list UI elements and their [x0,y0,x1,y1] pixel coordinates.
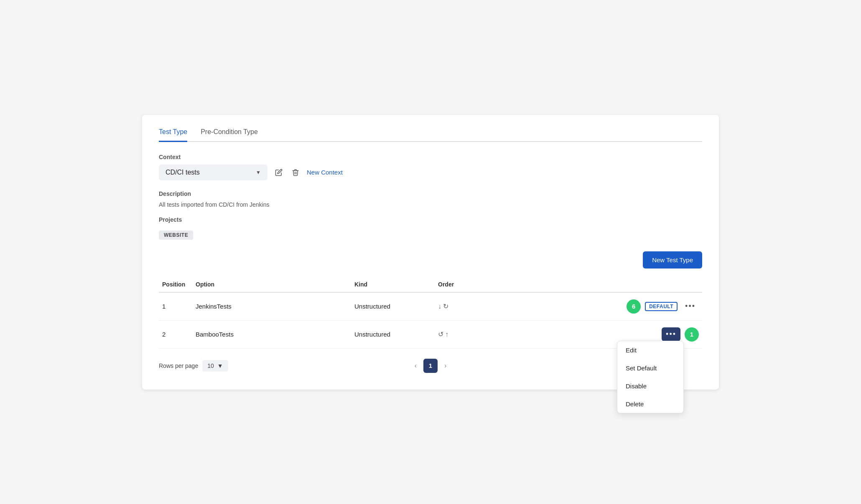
row2-order-arrows: ↺ ↑ [438,330,481,338]
delete-context-button[interactable] [290,167,301,178]
context-selected-value: CD/CI tests [166,169,200,176]
description-section: Description All tests imported from CD/C… [159,190,702,208]
trash-icon [292,169,299,176]
table-container: Position Option Kind Order 1 JenkinsTest… [159,277,702,349]
row2-position: 2 [159,320,192,348]
rows-per-page-container: Rows per page 10 ▼ [159,360,228,372]
col-header-order: Order [435,277,485,292]
arrow-up-icon: ↑ [445,331,448,338]
dropdown-item-delete[interactable]: Delete [617,395,683,413]
new-test-type-button[interactable]: New Test Type [643,251,702,268]
pencil-icon [275,169,283,176]
description-label: Description [159,190,702,197]
row2-option: BambooTests [192,320,351,348]
row2-more-options-button[interactable]: ••• [662,327,680,341]
arrow-left-icon: ↺ [438,330,443,338]
row2-order: ↺ ↑ [435,320,485,348]
table-row: 1 JenkinsTests Unstructured ↓ ↻ 6 DEFAUL… [159,292,702,321]
col-header-position: Position [159,277,192,292]
dropdown-menu: Edit 2 Set Default 3 Disable 4 [617,341,684,413]
pagination-next-button[interactable]: › [441,360,450,371]
arrow-down-icon: ↓ [438,303,441,310]
col-header-option: Option [192,277,351,292]
row1-option: JenkinsTests [192,292,351,321]
main-card: Test Type Pre-Condition Type Context CD/… [142,115,719,390]
context-row: CD/CI tests ▼ New Context [159,165,702,180]
new-context-link[interactable]: New Context [307,169,343,176]
context-dropdown[interactable]: CD/CI tests ▼ [159,165,267,180]
row2-actions: ••• 1 [488,327,699,342]
row2-count-badge: 1 [685,327,699,342]
row1-order: ↓ ↻ [435,292,485,321]
arrow-up-icon: ↻ [443,302,448,310]
edit-context-button[interactable] [273,167,284,178]
row1-actions-cell: 6 DEFAULT ••• [485,292,702,321]
description-text: All tests imported from CD/CI from Jenki… [159,201,702,208]
dropdown-item-set-default[interactable]: Set Default [617,359,683,377]
dropdown-item-edit[interactable]: Edit [617,341,683,359]
rows-per-page-value: 10 [207,362,214,369]
dropdown-item-disable[interactable]: Disable [617,377,683,395]
context-label: Context [159,154,702,160]
row1-count-badge: 6 [627,299,641,314]
projects-section: Projects WEBSITE [159,216,702,240]
row1-position: 1 [159,292,192,321]
row1-actions: 6 DEFAULT ••• [488,299,699,314]
pagination-prev-button[interactable]: ‹ [411,360,420,371]
row1-default-badge: DEFAULT [645,302,678,311]
row2-kind: Unstructured [351,320,435,348]
tab-test-type[interactable]: Test Type [159,128,187,142]
row1-order-arrows: ↓ ↻ [438,302,481,310]
tabs-bar: Test Type Pre-Condition Type [159,128,702,142]
row2-actions-cell: ••• 1 Edit 2 [485,320,702,348]
col-header-kind: Kind [351,277,435,292]
table-row: 2 BambooTests Unstructured ↺ ↑ ••• 1 [159,320,702,348]
pagination-page-1-button[interactable]: 1 [423,359,438,373]
rows-per-page-label: Rows per page [159,362,198,369]
chevron-down-icon: ▼ [256,170,261,175]
col-header-actions [485,277,702,292]
row1-kind: Unstructured [351,292,435,321]
row1-more-options-button[interactable]: ••• [682,300,699,312]
test-types-table: Position Option Kind Order 1 JenkinsTest… [159,277,702,349]
tab-pre-condition-type[interactable]: Pre-Condition Type [201,128,258,142]
rows-per-page-select[interactable]: 10 ▼ [202,360,228,372]
table-header-row: Position Option Kind Order [159,277,702,292]
chevron-down-icon: ▼ [217,362,223,369]
projects-label: Projects [159,216,702,223]
project-badge-website: WEBSITE [159,230,193,240]
